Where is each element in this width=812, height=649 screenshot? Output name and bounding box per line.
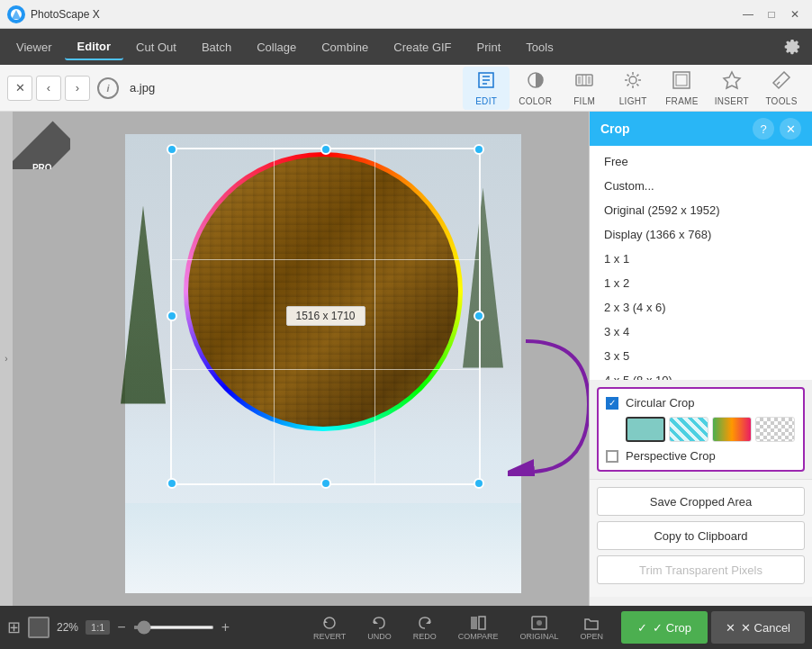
crop-actions: Save Cropped Area Copy to Clipboard Trim… xyxy=(590,479,812,597)
crop-help-button[interactable]: ? xyxy=(753,118,774,140)
crop-title: Crop xyxy=(600,122,753,136)
swatch-teal[interactable] xyxy=(626,417,665,442)
nav-editor[interactable]: Editor xyxy=(65,34,124,60)
tools-icon xyxy=(771,70,791,95)
swatch-pattern[interactable] xyxy=(669,417,708,442)
nav-viewer[interactable]: Viewer xyxy=(4,35,65,59)
grid-icon[interactable]: ⊞ xyxy=(7,617,21,637)
swatch-gradient[interactable] xyxy=(712,417,752,442)
svg-line-19 xyxy=(627,84,629,86)
pro-badge: PRO xyxy=(13,112,70,169)
image-canvas[interactable]: 1516 x 1710 xyxy=(125,134,521,593)
nav-combine[interactable]: Combine xyxy=(309,35,381,59)
minimize-button[interactable]: — xyxy=(738,5,758,24)
crop-item-display[interactable]: Display (1366 x 768) xyxy=(590,222,812,247)
svg-rect-8 xyxy=(588,77,591,84)
nav-batch[interactable]: Batch xyxy=(189,35,244,59)
zoom-slider[interactable] xyxy=(133,626,214,629)
title-bar: PhotoScape X — □ ✕ xyxy=(0,0,812,29)
crop-cancel-x: ✕ xyxy=(726,621,735,635)
handle-ml[interactable] xyxy=(167,311,177,321)
crop-header-buttons: ? ✕ xyxy=(753,118,801,140)
insert-tool-button[interactable]: INSERT xyxy=(708,67,756,110)
circular-crop-label: Circular Crop xyxy=(626,396,695,410)
left-collapse-button[interactable]: › xyxy=(0,112,13,606)
svg-line-17 xyxy=(637,84,639,86)
revert-button[interactable]: REVERT xyxy=(304,612,355,643)
trim-transparent-button[interactable]: Trim Transparent Pixels xyxy=(597,555,805,584)
crop-close-button[interactable]: ✕ xyxy=(780,118,801,140)
maximize-button[interactable]: □ xyxy=(762,5,781,24)
handle-mr[interactable] xyxy=(474,311,484,321)
svg-rect-21 xyxy=(676,75,687,86)
frame-tool-button[interactable]: FRAME xyxy=(658,67,706,110)
crop-item-3x5[interactable]: 3 x 5 xyxy=(590,344,812,368)
swatch-checker[interactable] xyxy=(755,417,795,442)
light-icon xyxy=(623,70,643,95)
guide-v2 xyxy=(374,149,375,483)
tools-tool-button[interactable]: TOOLS xyxy=(758,67,805,110)
nav-print[interactable]: Print xyxy=(465,35,514,59)
zoom-plus-button[interactable]: + xyxy=(221,619,230,635)
redo-button[interactable]: REDO xyxy=(404,612,446,643)
app-logo xyxy=(7,5,25,23)
handle-bl[interactable] xyxy=(167,478,177,489)
handle-tl[interactable] xyxy=(167,144,177,155)
zoom-minus-button[interactable]: − xyxy=(117,619,125,635)
crop-item-1x1[interactable]: 1 x 1 xyxy=(590,247,812,271)
crop-confirm-button[interactable]: ✓ ✓ Crop xyxy=(621,611,708,644)
original-button[interactable]: ORIGINAL xyxy=(511,612,568,643)
layer-icon[interactable] xyxy=(28,617,50,638)
copy-clipboard-button[interactable]: Copy to Clipboard xyxy=(597,521,805,550)
crop-item-4x5[interactable]: 4 x 5 (8 x 10) xyxy=(590,368,812,380)
compare-button[interactable]: COMPARE xyxy=(449,612,508,643)
crop-panel: Crop ? ✕ Free Custom... Original (2592 x… xyxy=(589,112,812,606)
app-title: PhotoScape X xyxy=(31,8,738,21)
film-icon xyxy=(574,70,594,95)
open-button[interactable]: OPEN xyxy=(572,612,613,643)
crop-item-1x2[interactable]: 1 x 2 xyxy=(590,271,812,295)
color-icon xyxy=(526,70,546,95)
close-button[interactable]: ✕ xyxy=(785,5,805,24)
crop-item-original[interactable]: Original (2592 x 1952) xyxy=(590,198,812,222)
pro-label: PRO xyxy=(32,163,52,169)
nav-creategif[interactable]: Create GIF xyxy=(381,35,464,59)
nav-collage[interactable]: Collage xyxy=(244,35,309,59)
crop-item-custom[interactable]: Custom... xyxy=(590,174,812,198)
circular-crop-checkbox[interactable]: ✓ xyxy=(606,397,618,410)
svg-marker-22 xyxy=(724,72,740,88)
prev-file-button[interactable]: ‹ xyxy=(36,76,61,101)
crop-list: Free Custom... Original (2592 x 1952) Di… xyxy=(590,146,812,380)
crop-cancel-button[interactable]: ✕ ✕ Cancel xyxy=(711,611,805,644)
undo-button[interactable]: UNDO xyxy=(358,612,401,643)
close-file-button[interactable]: ✕ xyxy=(7,76,32,101)
edit-tool-button[interactable]: EDIT xyxy=(463,67,510,110)
handle-bc[interactable] xyxy=(320,478,331,489)
status-section: ⊞ 22% 1:1 − + xyxy=(7,617,230,638)
light-tool-button[interactable]: LIGHT xyxy=(609,67,656,110)
toolbar-nav: ✕ ‹ › i a.jpg xyxy=(7,76,155,101)
crop-item-3x4[interactable]: 3 x 4 xyxy=(590,320,812,344)
crop-cancel-label: ✕ Cancel xyxy=(741,621,790,635)
color-swatches xyxy=(626,417,796,442)
zoom-percent: 22% xyxy=(57,621,78,634)
perspective-crop-checkbox[interactable] xyxy=(606,450,618,463)
handle-br[interactable] xyxy=(474,478,484,489)
svg-marker-27 xyxy=(426,619,430,624)
next-file-button[interactable]: › xyxy=(65,76,90,101)
edit-icon xyxy=(476,70,496,95)
handle-tr[interactable] xyxy=(474,144,484,155)
handle-tc[interactable] xyxy=(320,144,331,155)
frame-tool-label: FRAME xyxy=(665,96,699,106)
settings-icon[interactable] xyxy=(776,31,808,63)
crop-item-free[interactable]: Free xyxy=(590,149,812,174)
crop-selection[interactable]: 1516 x 1710 xyxy=(170,148,481,485)
nav-cutout[interactable]: Cut Out xyxy=(123,35,189,59)
file-info-icon[interactable]: i xyxy=(97,77,119,99)
film-tool-button[interactable]: FILM xyxy=(561,67,608,110)
save-cropped-button[interactable]: Save Cropped Area xyxy=(597,487,805,516)
zoom-ratio[interactable]: 1:1 xyxy=(86,620,110,635)
color-tool-button[interactable]: COLOR xyxy=(511,67,559,110)
nav-tools[interactable]: Tools xyxy=(513,35,565,59)
crop-item-2x3[interactable]: 2 x 3 (4 x 6) xyxy=(590,295,812,320)
